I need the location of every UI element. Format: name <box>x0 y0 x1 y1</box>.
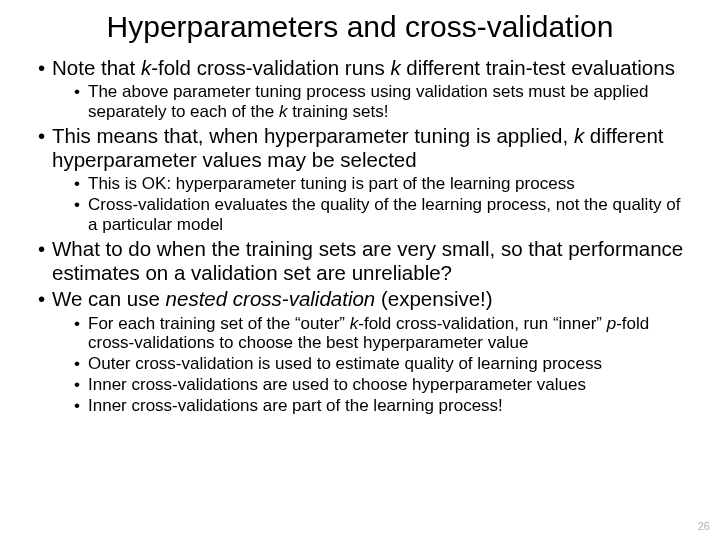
text: -fold cross-validation runs <box>151 56 390 79</box>
bullet-1-1: The above parameter tuning process using… <box>74 82 692 122</box>
sub-list: For each training set of the “outer” k-f… <box>52 314 692 416</box>
bullet-list: Note that k-fold cross-validation runs k… <box>28 56 692 416</box>
bullet-2-2: Cross-validation evaluates the quality o… <box>74 195 692 235</box>
var-k: k <box>350 314 359 333</box>
bullet-4: We can use nested cross-validation (expe… <box>38 287 692 416</box>
bullet-4-2: Outer cross-validation is used to estima… <box>74 354 692 374</box>
sub-list: The above parameter tuning process using… <box>52 82 692 122</box>
sub-list: This is OK: hyperparameter tuning is par… <box>52 174 692 235</box>
text: We can use <box>52 287 166 310</box>
var-p: p <box>607 314 616 333</box>
bullet-4-4: Inner cross-validations are part of the … <box>74 396 692 416</box>
bullet-4-3: Inner cross-validations are used to choo… <box>74 375 692 395</box>
bullet-4-1: For each training set of the “outer” k-f… <box>74 314 692 354</box>
text: (expensive!) <box>375 287 492 310</box>
text: training sets! <box>287 102 388 121</box>
var-k: k <box>141 56 151 79</box>
text: Note that <box>52 56 141 79</box>
bullet-1: Note that k-fold cross-validation runs k… <box>38 56 692 122</box>
bullet-2: This means that, when hyperparameter tun… <box>38 124 692 235</box>
slide-title: Hyperparameters and cross-validation <box>48 10 672 44</box>
em-nested: nested cross-validation <box>166 287 376 310</box>
text: This means that, when hyperparameter tun… <box>52 124 574 147</box>
var-k: k <box>390 56 400 79</box>
var-k: k <box>574 124 584 147</box>
page-number: 26 <box>698 520 710 532</box>
text: -fold cross-validation, run “inner” <box>358 314 606 333</box>
text: different train-test evaluations <box>401 56 675 79</box>
text: For each training set of the “outer” <box>88 314 350 333</box>
bullet-2-1: This is OK: hyperparameter tuning is par… <box>74 174 692 194</box>
bullet-3: What to do when the training sets are ve… <box>38 237 692 285</box>
